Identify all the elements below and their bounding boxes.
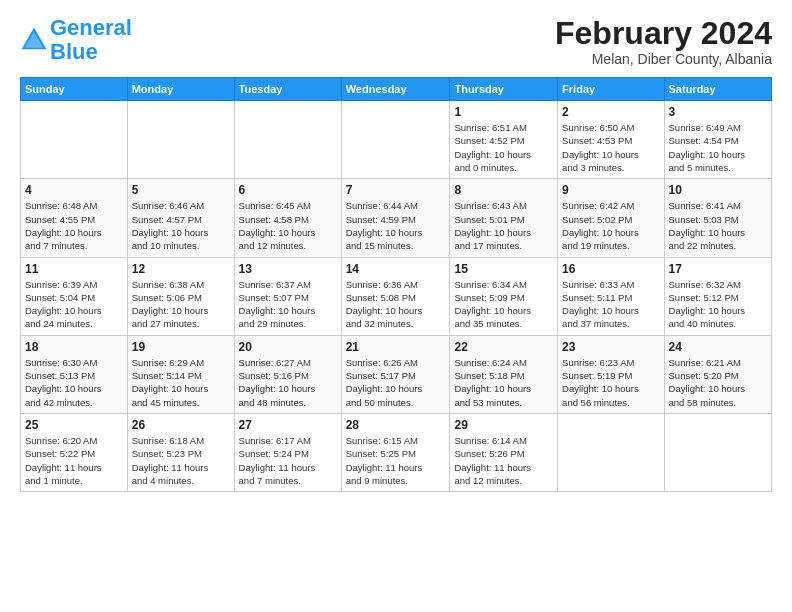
col-saturday: Saturday (664, 78, 771, 101)
day-cell: 15Sunrise: 6:34 AM Sunset: 5:09 PM Dayli… (450, 257, 558, 335)
day-cell: 18Sunrise: 6:30 AM Sunset: 5:13 PM Dayli… (21, 335, 128, 413)
day-number: 6 (239, 183, 337, 197)
page: General Blue February 2024 Melan, Diber … (0, 0, 792, 502)
day-number: 13 (239, 262, 337, 276)
day-info: Sunrise: 6:43 AM Sunset: 5:01 PM Dayligh… (454, 199, 553, 252)
day-info: Sunrise: 6:39 AM Sunset: 5:04 PM Dayligh… (25, 278, 123, 331)
day-cell (558, 413, 664, 491)
day-cell: 10Sunrise: 6:41 AM Sunset: 5:03 PM Dayli… (664, 179, 771, 257)
day-cell: 27Sunrise: 6:17 AM Sunset: 5:24 PM Dayli… (234, 413, 341, 491)
day-cell: 14Sunrise: 6:36 AM Sunset: 5:08 PM Dayli… (341, 257, 450, 335)
day-info: Sunrise: 6:38 AM Sunset: 5:06 PM Dayligh… (132, 278, 230, 331)
day-info: Sunrise: 6:24 AM Sunset: 5:18 PM Dayligh… (454, 356, 553, 409)
day-number: 8 (454, 183, 553, 197)
day-cell (21, 101, 128, 179)
day-number: 1 (454, 105, 553, 119)
day-number: 7 (346, 183, 446, 197)
day-cell (341, 101, 450, 179)
day-cell: 19Sunrise: 6:29 AM Sunset: 5:14 PM Dayli… (127, 335, 234, 413)
week-row-2: 4Sunrise: 6:48 AM Sunset: 4:55 PM Daylig… (21, 179, 772, 257)
logo-icon (20, 26, 48, 54)
week-row-5: 25Sunrise: 6:20 AM Sunset: 5:22 PM Dayli… (21, 413, 772, 491)
day-cell: 8Sunrise: 6:43 AM Sunset: 5:01 PM Daylig… (450, 179, 558, 257)
day-info: Sunrise: 6:45 AM Sunset: 4:58 PM Dayligh… (239, 199, 337, 252)
day-info: Sunrise: 6:20 AM Sunset: 5:22 PM Dayligh… (25, 434, 123, 487)
day-info: Sunrise: 6:42 AM Sunset: 5:02 PM Dayligh… (562, 199, 659, 252)
col-thursday: Thursday (450, 78, 558, 101)
day-info: Sunrise: 6:51 AM Sunset: 4:52 PM Dayligh… (454, 121, 553, 174)
col-wednesday: Wednesday (341, 78, 450, 101)
day-info: Sunrise: 6:29 AM Sunset: 5:14 PM Dayligh… (132, 356, 230, 409)
day-info: Sunrise: 6:34 AM Sunset: 5:09 PM Dayligh… (454, 278, 553, 331)
day-info: Sunrise: 6:26 AM Sunset: 5:17 PM Dayligh… (346, 356, 446, 409)
day-number: 27 (239, 418, 337, 432)
col-tuesday: Tuesday (234, 78, 341, 101)
week-row-1: 1Sunrise: 6:51 AM Sunset: 4:52 PM Daylig… (21, 101, 772, 179)
day-number: 14 (346, 262, 446, 276)
day-number: 4 (25, 183, 123, 197)
day-cell: 12Sunrise: 6:38 AM Sunset: 5:06 PM Dayli… (127, 257, 234, 335)
location: Melan, Diber County, Albania (555, 51, 772, 67)
day-cell: 21Sunrise: 6:26 AM Sunset: 5:17 PM Dayli… (341, 335, 450, 413)
day-info: Sunrise: 6:37 AM Sunset: 5:07 PM Dayligh… (239, 278, 337, 331)
day-number: 12 (132, 262, 230, 276)
day-cell: 20Sunrise: 6:27 AM Sunset: 5:16 PM Dayli… (234, 335, 341, 413)
title-block: February 2024 Melan, Diber County, Alban… (555, 16, 772, 67)
day-number: 19 (132, 340, 230, 354)
day-cell: 5Sunrise: 6:46 AM Sunset: 4:57 PM Daylig… (127, 179, 234, 257)
day-cell: 2Sunrise: 6:50 AM Sunset: 4:53 PM Daylig… (558, 101, 664, 179)
day-cell: 3Sunrise: 6:49 AM Sunset: 4:54 PM Daylig… (664, 101, 771, 179)
day-info: Sunrise: 6:30 AM Sunset: 5:13 PM Dayligh… (25, 356, 123, 409)
day-cell: 29Sunrise: 6:14 AM Sunset: 5:26 PM Dayli… (450, 413, 558, 491)
day-number: 24 (669, 340, 767, 354)
day-cell: 16Sunrise: 6:33 AM Sunset: 5:11 PM Dayli… (558, 257, 664, 335)
day-info: Sunrise: 6:14 AM Sunset: 5:26 PM Dayligh… (454, 434, 553, 487)
day-info: Sunrise: 6:41 AM Sunset: 5:03 PM Dayligh… (669, 199, 767, 252)
day-number: 10 (669, 183, 767, 197)
day-cell: 9Sunrise: 6:42 AM Sunset: 5:02 PM Daylig… (558, 179, 664, 257)
logo-line2: Blue (50, 40, 132, 64)
day-cell (664, 413, 771, 491)
day-cell: 7Sunrise: 6:44 AM Sunset: 4:59 PM Daylig… (341, 179, 450, 257)
day-cell: 6Sunrise: 6:45 AM Sunset: 4:58 PM Daylig… (234, 179, 341, 257)
col-friday: Friday (558, 78, 664, 101)
logo: General Blue (20, 16, 132, 64)
day-info: Sunrise: 6:44 AM Sunset: 4:59 PM Dayligh… (346, 199, 446, 252)
day-number: 15 (454, 262, 553, 276)
day-number: 17 (669, 262, 767, 276)
header-row: Sunday Monday Tuesday Wednesday Thursday… (21, 78, 772, 101)
calendar-table: Sunday Monday Tuesday Wednesday Thursday… (20, 77, 772, 492)
day-number: 5 (132, 183, 230, 197)
day-cell: 1Sunrise: 6:51 AM Sunset: 4:52 PM Daylig… (450, 101, 558, 179)
day-number: 28 (346, 418, 446, 432)
day-cell: 25Sunrise: 6:20 AM Sunset: 5:22 PM Dayli… (21, 413, 128, 491)
day-info: Sunrise: 6:17 AM Sunset: 5:24 PM Dayligh… (239, 434, 337, 487)
day-info: Sunrise: 6:32 AM Sunset: 5:12 PM Dayligh… (669, 278, 767, 331)
day-cell: 23Sunrise: 6:23 AM Sunset: 5:19 PM Dayli… (558, 335, 664, 413)
week-row-4: 18Sunrise: 6:30 AM Sunset: 5:13 PM Dayli… (21, 335, 772, 413)
day-cell: 4Sunrise: 6:48 AM Sunset: 4:55 PM Daylig… (21, 179, 128, 257)
day-info: Sunrise: 6:50 AM Sunset: 4:53 PM Dayligh… (562, 121, 659, 174)
day-cell: 11Sunrise: 6:39 AM Sunset: 5:04 PM Dayli… (21, 257, 128, 335)
day-info: Sunrise: 6:49 AM Sunset: 4:54 PM Dayligh… (669, 121, 767, 174)
day-info: Sunrise: 6:23 AM Sunset: 5:19 PM Dayligh… (562, 356, 659, 409)
col-monday: Monday (127, 78, 234, 101)
day-info: Sunrise: 6:18 AM Sunset: 5:23 PM Dayligh… (132, 434, 230, 487)
day-cell: 13Sunrise: 6:37 AM Sunset: 5:07 PM Dayli… (234, 257, 341, 335)
day-number: 23 (562, 340, 659, 354)
day-info: Sunrise: 6:21 AM Sunset: 5:20 PM Dayligh… (669, 356, 767, 409)
day-info: Sunrise: 6:36 AM Sunset: 5:08 PM Dayligh… (346, 278, 446, 331)
day-number: 16 (562, 262, 659, 276)
day-cell: 17Sunrise: 6:32 AM Sunset: 5:12 PM Dayli… (664, 257, 771, 335)
day-info: Sunrise: 6:46 AM Sunset: 4:57 PM Dayligh… (132, 199, 230, 252)
header: General Blue February 2024 Melan, Diber … (20, 16, 772, 67)
day-cell (234, 101, 341, 179)
day-number: 18 (25, 340, 123, 354)
day-number: 26 (132, 418, 230, 432)
day-info: Sunrise: 6:48 AM Sunset: 4:55 PM Dayligh… (25, 199, 123, 252)
day-number: 9 (562, 183, 659, 197)
day-number: 20 (239, 340, 337, 354)
day-number: 22 (454, 340, 553, 354)
day-number: 3 (669, 105, 767, 119)
day-cell (127, 101, 234, 179)
